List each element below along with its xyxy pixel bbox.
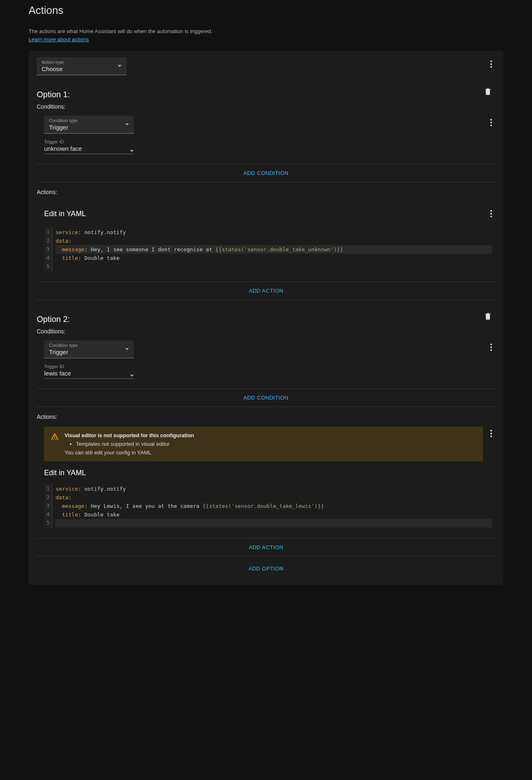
action-card: Action type Choose Option 1: Conditions: xyxy=(29,51,503,585)
trigger-id-label: Trigger ID xyxy=(44,364,71,369)
page-description: The actions are what Home Assistant will… xyxy=(29,28,503,34)
trash-icon xyxy=(484,312,492,320)
trigger-id-label: Trigger ID xyxy=(44,139,82,144)
condition-type-label: Condition type xyxy=(49,118,78,123)
conditions-label: Conditions: xyxy=(37,328,481,335)
condition-type-select[interactable]: Condition type Trigger xyxy=(44,116,134,134)
delete-option-button[interactable] xyxy=(481,84,495,99)
trigger-id-value: unknown face xyxy=(44,145,82,152)
actions-label: Actions: xyxy=(37,189,495,195)
chevron-down-icon xyxy=(130,375,134,377)
editor-body[interactable]: service: notify.notifydata: message: Hey… xyxy=(52,227,495,272)
option-block: Option 1: Conditions: Condition type Tri… xyxy=(37,84,495,300)
condition-overflow-button[interactable] xyxy=(487,340,495,354)
conditions-label: Conditions: xyxy=(37,103,481,110)
editor-gutter: 12345 xyxy=(44,484,52,528)
action-type-select[interactable]: Action type Choose xyxy=(37,57,127,75)
warning-item: Templates not supported in visual editor xyxy=(76,441,476,447)
yaml-overflow-button[interactable] xyxy=(487,427,495,440)
action-overflow-button[interactable] xyxy=(487,57,495,71)
add-condition-button[interactable]: ADD CONDITION xyxy=(37,164,495,182)
warning-title: Visual editor is not supported for this … xyxy=(65,432,476,438)
add-option-button[interactable]: ADD OPTION xyxy=(37,560,495,577)
actions-label: Actions: xyxy=(37,413,495,420)
learn-more-link[interactable]: Learn more about actions xyxy=(29,36,89,42)
option-block: Option 2: Conditions: Condition type Tri… xyxy=(37,309,495,557)
condition-overflow-button[interactable] xyxy=(487,116,495,130)
option-title: Option 1: xyxy=(37,90,481,99)
dots-vertical-icon xyxy=(490,344,492,351)
option-title: Option 2: xyxy=(37,315,481,324)
condition-type-label: Condition type xyxy=(49,343,78,348)
add-action-button[interactable]: ADD ACTION xyxy=(37,539,495,556)
delete-option-button[interactable] xyxy=(481,309,495,324)
alert-icon xyxy=(51,432,59,440)
dots-vertical-icon xyxy=(490,60,492,68)
yaml-editor[interactable]: 12345 service: notify.notifydata: messag… xyxy=(44,227,495,272)
trigger-id-select[interactable]: Trigger ID lewis face xyxy=(44,364,134,379)
add-action-button[interactable]: ADD ACTION xyxy=(37,282,495,299)
editor-gutter: 12345 xyxy=(44,227,52,272)
chevron-down-icon xyxy=(118,65,122,67)
chevron-down-icon xyxy=(125,348,129,350)
yaml-editor[interactable]: 12345 service: notify.notifydata: messag… xyxy=(44,484,495,528)
yaml-overflow-button[interactable] xyxy=(487,207,495,221)
warning-footer: You can still edit your config in YAML. xyxy=(65,449,476,456)
edit-yaml-title: Edit in YAML xyxy=(44,469,495,477)
trash-icon xyxy=(484,87,492,96)
condition-type-value: Trigger xyxy=(49,124,78,131)
dots-vertical-icon xyxy=(490,119,492,126)
chevron-down-icon xyxy=(125,123,129,125)
editor-body[interactable]: service: notify.notifydata: message: Hey… xyxy=(52,484,495,528)
warning-box: Visual editor is not supported for this … xyxy=(44,427,483,461)
chevron-down-icon xyxy=(130,150,134,152)
dots-vertical-icon xyxy=(490,210,492,217)
add-condition-button[interactable]: ADD CONDITION xyxy=(37,389,495,407)
trigger-id-select[interactable]: Trigger ID unknown face xyxy=(44,139,134,154)
edit-yaml-title: Edit in YAML xyxy=(44,210,86,218)
condition-type-value: Trigger xyxy=(49,349,78,355)
action-type-label: Action type xyxy=(42,60,64,65)
trigger-id-value: lewis face xyxy=(44,370,71,377)
dots-vertical-icon xyxy=(490,430,492,437)
condition-type-select[interactable]: Condition type Trigger xyxy=(44,340,134,358)
page-title: Actions xyxy=(29,4,503,17)
action-type-value: Choose xyxy=(42,65,64,72)
